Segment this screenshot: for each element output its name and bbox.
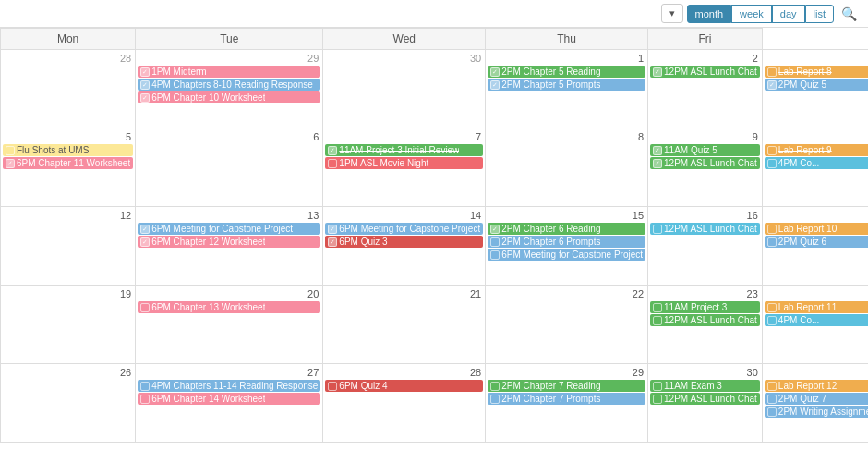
calendar-event[interactable]: 2PM Chapter 6 Reading	[488, 223, 645, 235]
event-checkbox[interactable]	[140, 225, 150, 234]
calendar-event[interactable]: 2PM Chapter 5 Reading	[488, 66, 645, 78]
calendar-day-cell: 30	[323, 50, 486, 128]
event-checkbox[interactable]	[328, 159, 337, 168]
event-checkbox[interactable]	[653, 225, 662, 234]
calendar-event[interactable]: 4PM Chapters 11-14 Reading Response	[138, 380, 320, 392]
event-checkbox[interactable]	[767, 225, 777, 234]
calendar-event[interactable]: 2PM Chapter 6 Prompts	[488, 236, 645, 248]
week-view-button[interactable]: week	[731, 5, 772, 23]
event-checkbox[interactable]	[767, 303, 777, 312]
calendar-event[interactable]: 6PM Meeting for Capstone Project	[138, 223, 320, 235]
event-checkbox[interactable]	[767, 67, 777, 77]
calendar-event[interactable]: 2PM Chapter 7 Prompts	[488, 393, 645, 405]
event-checkbox[interactable]	[653, 146, 662, 155]
calendar-event[interactable]: 12PM ASL Lunch Chat	[650, 223, 760, 235]
event-checkbox[interactable]	[140, 395, 150, 404]
calendar-event[interactable]: 12PM ASL Lunch Chat	[650, 157, 760, 169]
event-checkbox[interactable]	[490, 382, 500, 391]
calendar-event[interactable]: 12PM ASL Lunch Chat	[650, 393, 760, 405]
event-checkbox[interactable]	[490, 395, 500, 404]
search-button[interactable]: 🔍	[838, 5, 861, 23]
event-checkbox[interactable]	[140, 303, 150, 312]
calendar-event[interactable]: 4PM Chapters 8-10 Reading Response	[138, 79, 320, 91]
event-label: 1PM ASL Movie Night	[339, 158, 428, 168]
calendar-event[interactable]: 11AM Project 3	[650, 301, 760, 313]
event-checkbox[interactable]	[767, 382, 777, 391]
calendar-event[interactable]: 1PM Midterm	[138, 66, 320, 78]
event-checkbox[interactable]	[490, 250, 500, 260]
event-checkbox[interactable]	[653, 382, 662, 391]
calendar-event[interactable]: 6PM Chapter 14 Worksheet	[138, 393, 320, 405]
event-checkbox[interactable]	[767, 80, 777, 90]
event-checkbox[interactable]	[140, 93, 150, 103]
weekday-mon: Mon	[1, 29, 136, 50]
event-checkbox[interactable]	[767, 146, 777, 155]
event-checkbox[interactable]	[653, 159, 662, 168]
calendar-event[interactable]: 1PM ASL Movie Night	[325, 157, 483, 169]
calendar-event[interactable]: 6PM Meeting for Capstone Project	[488, 249, 645, 261]
calendar-event[interactable]: 12PM ASL Lunch Chat	[650, 66, 760, 78]
calendar-event[interactable]: 11AM Quiz 5	[650, 144, 760, 156]
event-label: 6PM Chapter 11 Worksheet	[17, 158, 130, 168]
calendar-event[interactable]: 2PM Quiz 7	[765, 393, 868, 405]
event-checkbox[interactable]	[328, 225, 337, 234]
event-checkbox[interactable]	[490, 67, 500, 77]
event-checkbox[interactable]	[653, 316, 662, 325]
event-label: 2PM Chapter 6 Prompts	[501, 237, 600, 247]
calendar-event[interactable]: 6PM Meeting for Capstone Project	[325, 223, 483, 235]
calendar-event[interactable]: Lab Report 10	[765, 223, 868, 235]
event-checkbox[interactable]	[328, 146, 337, 155]
calendar-event[interactable]: 6PM Chapter 13 Worksheet	[138, 301, 320, 313]
calendar-event[interactable]: 2PM Chapter 5 Prompts	[488, 79, 645, 91]
calendar-event[interactable]: 4PM Co...	[765, 157, 868, 169]
day-number: 17	[765, 209, 868, 222]
calendar-day-cell: 286PM Quiz 4	[323, 364, 486, 443]
list-view-button[interactable]: list	[805, 5, 834, 23]
calendar-event[interactable]: 2PM Chapter 7 Reading	[488, 380, 645, 392]
event-checkbox[interactable]	[328, 237, 337, 247]
filter-button[interactable]: ▾	[661, 4, 683, 23]
calendar-event[interactable]: 6PM Chapter 12 Worksheet	[138, 236, 320, 248]
event-checkbox[interactable]	[490, 237, 500, 247]
weekday-header-row: Mon Tue Wed Thu Fri	[1, 29, 869, 50]
calendar-event[interactable]: 2PM Quiz 6	[765, 236, 868, 248]
calendar-event[interactable]: 11AM Exam 3	[650, 380, 760, 392]
calendar-event[interactable]: 6PM Quiz 4	[325, 380, 483, 392]
event-label: 2PM Chapter 6 Reading	[501, 224, 600, 234]
calendar-week-row: 26274PM Chapters 11-14 Reading Response6…	[1, 364, 869, 443]
event-checkbox[interactable]	[140, 67, 150, 77]
month-view-button[interactable]: month	[687, 5, 732, 23]
calendar-event[interactable]: 2PM Writing Assignment 3	[765, 406, 868, 418]
event-checkbox[interactable]	[490, 225, 500, 234]
event-checkbox[interactable]	[6, 146, 15, 155]
calendar-event[interactable]: Lab Report 11	[765, 301, 868, 313]
day-number: 28	[325, 366, 483, 379]
calendar-event[interactable]: Flu Shots at UMS	[3, 144, 133, 156]
calendar-event[interactable]: 11AM Project 3 Initial Review	[325, 144, 483, 156]
calendar-event[interactable]: 6PM Chapter 10 Worksheet	[138, 91, 320, 103]
event-checkbox[interactable]	[653, 395, 662, 404]
calendar-event[interactable]: Lab Report 9	[765, 144, 868, 156]
event-checkbox[interactable]	[140, 80, 150, 90]
calendar-event[interactable]: Lab Report 12	[765, 380, 868, 392]
calendar-event[interactable]: 2PM Quiz 5	[765, 79, 868, 91]
event-checkbox[interactable]	[140, 237, 150, 247]
day-view-button[interactable]: day	[772, 5, 805, 23]
event-checkbox[interactable]	[767, 316, 777, 325]
event-checkbox[interactable]	[767, 395, 777, 404]
event-checkbox[interactable]	[328, 382, 337, 391]
event-label: Flu Shots at UMS	[17, 145, 89, 155]
event-checkbox[interactable]	[653, 303, 662, 312]
calendar-event[interactable]: Lab Report 8	[765, 66, 868, 78]
event-checkbox[interactable]	[653, 67, 662, 77]
calendar-event[interactable]: 4PM Co...	[765, 314, 868, 326]
event-checkbox[interactable]	[490, 80, 500, 90]
calendar-event[interactable]: 6PM Quiz 3	[325, 236, 483, 248]
calendar-event[interactable]: 12PM ASL Lunch Chat	[650, 314, 760, 326]
event-checkbox[interactable]	[767, 237, 777, 247]
event-checkbox[interactable]	[767, 159, 777, 168]
event-checkbox[interactable]	[140, 382, 150, 391]
event-checkbox[interactable]	[767, 407, 777, 417]
calendar-event[interactable]: 6PM Chapter 11 Worksheet	[3, 157, 133, 169]
event-checkbox[interactable]	[6, 159, 15, 168]
